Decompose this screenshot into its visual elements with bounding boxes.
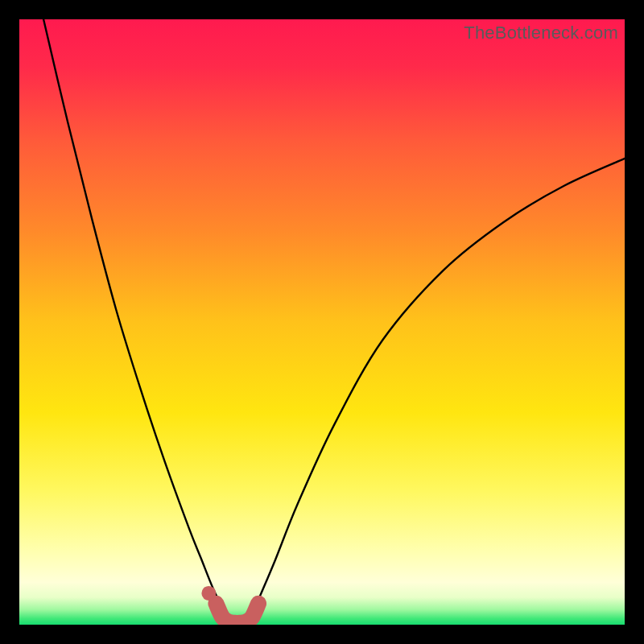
dot-left-of-basin <box>201 586 216 601</box>
gradient-background <box>19 19 625 625</box>
chart-frame: TheBottleneck.com <box>19 19 625 625</box>
bottleneck-chart <box>19 19 625 625</box>
marker-layer <box>201 586 216 601</box>
watermark-label: TheBottleneck.com <box>464 23 618 43</box>
